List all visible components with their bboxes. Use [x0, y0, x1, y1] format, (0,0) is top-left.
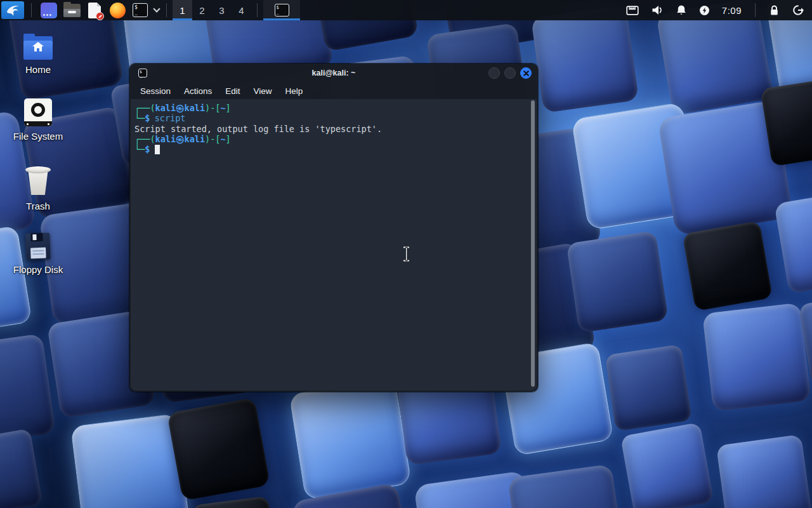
prompt-line: ┌──(kali㉿kali)-[~]	[134, 103, 528, 113]
wallpaper-cube	[531, 5, 639, 113]
desktop-icon-file-system[interactable]: File System	[8, 98, 69, 142]
hard-drive-icon	[24, 98, 52, 126]
menu-help[interactable]: Help	[280, 84, 309, 98]
network-icon[interactable]	[626, 5, 639, 16]
wallpaper-cube	[620, 422, 714, 508]
logout-icon[interactable]	[792, 4, 804, 17]
wallpaper-cube	[605, 344, 693, 432]
workspace-1[interactable]: 1	[173, 0, 192, 20]
wallpaper-cube	[289, 378, 411, 500]
kali-menu-button[interactable]	[1, 1, 24, 19]
launcher-app-window[interactable]	[39, 1, 59, 19]
wallpaper-cube	[191, 496, 277, 508]
minimize-button[interactable]	[488, 67, 500, 79]
menu-actions[interactable]: Actions	[178, 84, 218, 98]
chevron-down-icon[interactable]	[153, 5, 160, 12]
terminal-icon: $_	[133, 3, 148, 17]
firefox-icon	[110, 3, 126, 18]
workspace-4[interactable]: 4	[232, 0, 251, 20]
purple-window-icon	[41, 3, 57, 18]
close-button[interactable]	[520, 67, 532, 79]
wallpaper-cube	[0, 429, 43, 508]
panel-separator	[166, 3, 167, 17]
panel-separator	[257, 3, 258, 17]
document-icon	[88, 3, 101, 18]
workspace-2[interactable]: 2	[192, 0, 212, 20]
wallpaper-cube	[0, 333, 56, 446]
taskbar-window-terminal[interactable]: $_	[263, 0, 300, 20]
wallpaper-cube	[508, 464, 625, 508]
desktop-icon-label: File System	[13, 131, 63, 142]
launcher-text-editor[interactable]	[84, 1, 105, 19]
volume-icon[interactable]	[651, 4, 664, 16]
command-line: └─$script	[134, 113, 528, 123]
terminal-icon: $_	[138, 69, 147, 77]
top-panel: $_ 1 2 3 4 $_	[0, 0, 812, 20]
terminal-scrollbar[interactable]	[531, 100, 535, 387]
desktop-icon-label: Trash	[26, 201, 50, 211]
terminal-cursor	[155, 145, 160, 154]
desktop-icon-floppy-disk[interactable]: Floppy Disk	[8, 233, 69, 275]
terminal-titlebar[interactable]: $_ kali@kali: ~	[129, 64, 538, 83]
terminal-menubar: Session Actions Edit View Help	[129, 83, 538, 99]
wallpaper-cube	[774, 189, 812, 294]
terminal-screen[interactable]: ┌──(kali㉿kali)-[~] └─$script Script star…	[131, 99, 537, 391]
prompt-line: ┌──(kali㉿kali)-[~]	[134, 134, 528, 144]
desktop-icon-label: Home	[25, 64, 51, 75]
launcher-terminal[interactable]: $_	[130, 1, 150, 19]
wallpaper-cube	[683, 220, 773, 311]
maximize-button[interactable]	[504, 67, 516, 79]
floppy-disk-icon	[25, 232, 50, 260]
panel-separator	[755, 3, 756, 17]
panel-separator	[31, 3, 32, 17]
desktop-icon-trash[interactable]: Trash	[8, 166, 69, 211]
desktop-icon-home[interactable]: Home	[8, 36, 69, 75]
menu-edit[interactable]: Edit	[219, 84, 246, 98]
home-folder-icon	[23, 36, 53, 60]
wallpaper-cube	[702, 303, 811, 412]
workspace-3[interactable]: 3	[212, 0, 232, 20]
prompt-line-current: └─$	[134, 144, 528, 154]
command-output: Script started, output log file is 'type…	[134, 124, 528, 134]
close-icon	[523, 70, 529, 76]
wallpaper-cube	[716, 434, 812, 508]
lock-icon[interactable]	[769, 4, 780, 16]
folder-icon	[63, 4, 81, 17]
window-title: kali@kali: ~	[129, 69, 538, 77]
wallpaper-cube	[566, 231, 668, 333]
clock[interactable]: 7:09	[722, 5, 742, 16]
desktop-icon-label: Floppy Disk	[13, 264, 63, 275]
ibeam-text-pointer	[401, 246, 412, 265]
launcher-file-manager[interactable]	[62, 1, 82, 19]
terminal-window: $_ kali@kali: ~ Session Actions Edit Vie…	[129, 64, 538, 392]
power-manager-icon[interactable]	[699, 5, 710, 16]
launcher-firefox[interactable]	[107, 1, 128, 19]
menu-view[interactable]: View	[248, 84, 278, 98]
wallpaper-cube	[167, 398, 271, 501]
menu-session[interactable]: Session	[134, 84, 176, 98]
notifications-bell-icon[interactable]	[676, 4, 687, 16]
kali-dragon-icon	[6, 3, 20, 17]
trash-can-icon	[23, 166, 53, 196]
terminal-icon: $_	[275, 4, 289, 17]
system-tray: 7:09	[626, 3, 812, 17]
